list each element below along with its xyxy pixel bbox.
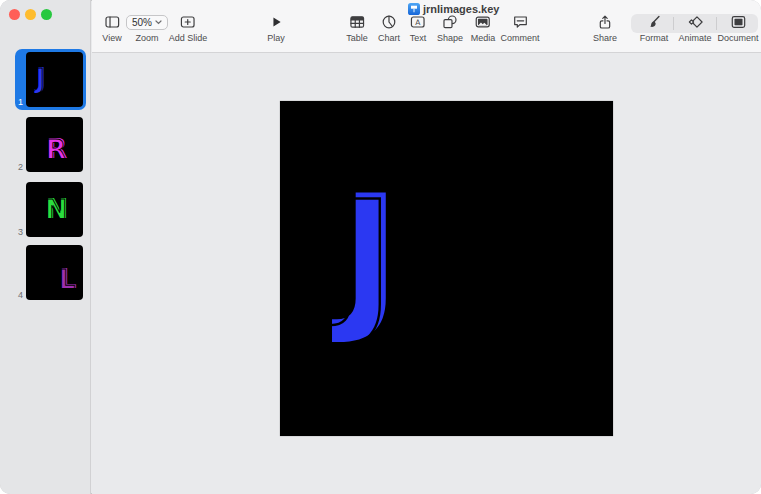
animate-button[interactable]: Animate (678, 13, 711, 43)
animate-diamond-icon (678, 13, 711, 31)
share-icon (593, 13, 617, 31)
add-slide-icon (169, 13, 208, 31)
chart-button[interactable]: Chart (378, 13, 400, 43)
slide-canvas-area[interactable]: J J (92, 53, 761, 494)
play-icon (267, 13, 285, 31)
slide-thumbnail-2[interactable]: R R (26, 117, 83, 172)
zoom-dropdown[interactable]: 50% (126, 15, 168, 30)
text-button[interactable]: A Text (410, 13, 427, 43)
slide-nav-item-4[interactable]: 4 L L (15, 242, 86, 303)
svg-text:A: A (415, 18, 421, 27)
thumbnail-letter-inline: L (58, 264, 75, 295)
slide-nav-item-3[interactable]: 3 N N (15, 179, 86, 240)
media-button[interactable]: Media (471, 13, 496, 43)
comment-bubble-icon (500, 13, 539, 31)
slide-thumbnail-1[interactable]: J J (26, 52, 83, 107)
table-button[interactable]: Table (346, 13, 368, 43)
add-slide-button[interactable]: Add Slide (169, 13, 208, 43)
thumbnail-letter-inline: R (45, 134, 66, 165)
format-button[interactable]: Format (640, 13, 669, 43)
sidebar-panel-icon (102, 13, 121, 31)
slide-thumbnail-4[interactable]: L L (26, 245, 83, 300)
toolbar: jrnlimages.key View 50% Zoom (92, 0, 761, 53)
slide-nav-item-1[interactable]: 1 J J (15, 49, 86, 110)
zoom-control[interactable]: 50% Zoom (126, 13, 168, 43)
slide-number: 1 (18, 97, 23, 107)
chevron-down-icon (155, 20, 162, 25)
media-image-icon (471, 13, 496, 31)
document-button[interactable]: Document (717, 13, 758, 43)
document-icon (717, 13, 758, 31)
view-button[interactable]: View (102, 13, 121, 43)
slide-letter-inline: J (326, 167, 395, 354)
thumbnail-letter-inline: J (33, 63, 45, 94)
share-button[interactable]: Share (593, 13, 617, 43)
shape-button[interactable]: Shape (437, 13, 463, 43)
comment-button[interactable]: Comment (500, 13, 539, 43)
paintbrush-icon (640, 13, 669, 31)
text-box-icon: A (410, 13, 427, 31)
zoom-value: 50% (132, 17, 152, 28)
close-button[interactable] (9, 9, 20, 20)
slide-navigator: 1 J J 2 R R 3 N N (0, 0, 91, 494)
fullscreen-button[interactable] (41, 9, 52, 20)
slide-number: 3 (18, 227, 23, 237)
minimize-button[interactable] (25, 9, 36, 20)
table-icon (346, 13, 368, 31)
slide-thumbnail-3[interactable]: N N (26, 182, 83, 237)
window-controls (9, 9, 52, 20)
slide-number: 4 (18, 290, 23, 300)
thumbnail-letter-inline: N (44, 194, 67, 225)
slide-nav-item-2[interactable]: 2 R R (15, 114, 86, 175)
keynote-window: 1 J J 2 R R 3 N N (0, 0, 761, 494)
slide-number: 2 (18, 162, 23, 172)
pie-chart-icon (378, 13, 400, 31)
shapes-icon (437, 13, 463, 31)
play-button[interactable]: Play (267, 13, 285, 43)
slide-canvas[interactable]: J J (280, 101, 613, 436)
